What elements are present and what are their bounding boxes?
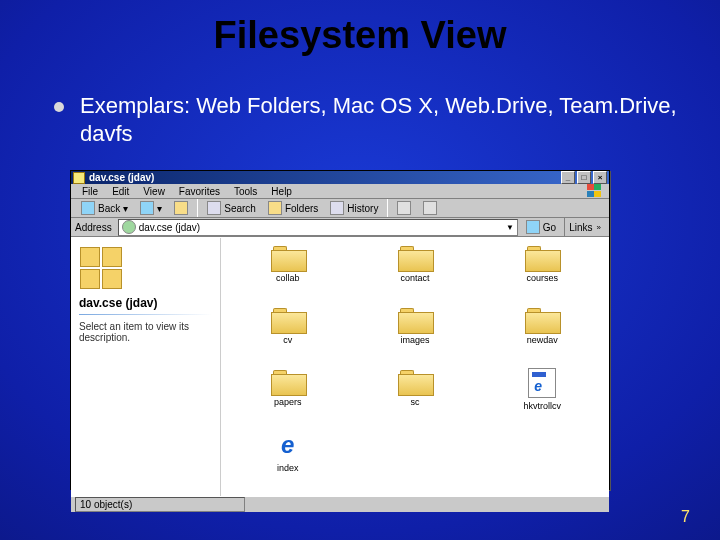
folder-icon <box>398 306 432 332</box>
item-label: courses <box>527 273 559 283</box>
folder-icon <box>271 244 305 270</box>
item-label: newdav <box>527 335 558 345</box>
address-value: dav.cse (jdav) <box>139 222 201 233</box>
list-item[interactable]: images <box>352 306 477 366</box>
item-label: images <box>400 335 429 345</box>
explorer-window: dav.cse (jdav) _ □ × File Edit View Favo… <box>70 170 610 490</box>
list-item[interactable]: courses <box>480 244 605 304</box>
address-label: Address <box>75 222 112 233</box>
item-label: papers <box>274 397 302 407</box>
back-button[interactable]: Back ▾ <box>75 199 134 217</box>
page-number: 7 <box>681 508 690 526</box>
list-item[interactable]: collab <box>225 244 350 304</box>
menu-tools[interactable]: Tools <box>227 185 264 198</box>
globe-icon <box>122 220 136 234</box>
side-description: Select an item to view its description. <box>79 321 212 343</box>
side-pane: dav.cse (jdav) Select an item to view it… <box>71 238 221 496</box>
search-label: Search <box>224 203 256 214</box>
menu-file[interactable]: File <box>75 185 105 198</box>
arrow-right-icon <box>140 201 154 215</box>
bullet-text: Exemplars: Web Folders, Mac OS X, Web.Dr… <box>80 92 680 147</box>
chevron-right-icon: » <box>597 223 601 232</box>
links-button[interactable]: Links » <box>564 218 605 236</box>
item-label: cv <box>283 335 292 345</box>
close-button[interactable]: × <box>593 171 607 184</box>
history-button[interactable]: History <box>324 199 384 217</box>
windows-logo-icon <box>587 184 605 198</box>
folder-icon <box>271 306 305 332</box>
folder-icon <box>271 368 305 394</box>
menubar: File Edit View Favorites Tools Help <box>71 184 609 199</box>
search-icon <box>207 201 221 215</box>
ie-icon: e <box>273 430 303 460</box>
item-label: hkvtrollcv <box>524 401 562 411</box>
links-label: Links <box>569 222 592 233</box>
folder-up-icon <box>174 201 188 215</box>
folders-button[interactable]: Folders <box>262 199 324 217</box>
go-label: Go <box>543 222 556 233</box>
maximize-button[interactable]: □ <box>577 171 591 184</box>
list-item[interactable]: eindex <box>225 430 350 490</box>
toolbar: Back ▾ ▾ Search Folders History <box>71 199 609 218</box>
forward-button[interactable]: ▾ <box>134 199 168 217</box>
bullet: Exemplars: Web Folders, Mac OS X, Web.Dr… <box>54 92 680 147</box>
list-item[interactable]: cv <box>225 306 350 366</box>
menu-help[interactable]: Help <box>264 185 299 198</box>
client-area: dav.cse (jdav) Select an item to view it… <box>71 237 609 496</box>
up-button[interactable] <box>168 199 194 217</box>
file-grid: collab contact courses cv images newdav … <box>221 238 609 496</box>
item-label: collab <box>276 273 300 283</box>
item-label: contact <box>400 273 429 283</box>
html-file-icon <box>528 368 556 398</box>
list-item[interactable]: hkvtrollcv <box>480 368 605 428</box>
folders-label: Folders <box>285 203 318 214</box>
history-icon <box>330 201 344 215</box>
menu-favorites[interactable]: Favorites <box>172 185 227 198</box>
slide-title: Filesystem View <box>0 14 720 57</box>
go-icon <box>526 220 540 234</box>
tool-icon <box>423 201 437 215</box>
list-item[interactable]: sc <box>352 368 477 428</box>
menu-edit[interactable]: Edit <box>105 185 136 198</box>
item-label: index <box>277 463 299 473</box>
side-title: dav.cse (jdav) <box>79 296 212 310</box>
folder-icon <box>398 244 432 270</box>
minimize-button[interactable]: _ <box>561 171 575 184</box>
item-label: sc <box>410 397 419 407</box>
chevron-down-icon[interactable]: ▼ <box>506 223 514 232</box>
chevron-down-icon: ▾ <box>157 203 162 214</box>
folder-icon <box>73 172 85 184</box>
chevron-down-icon: ▾ <box>123 203 128 214</box>
address-bar: Address dav.cse (jdav) ▼ Go Links » <box>71 218 609 237</box>
list-item[interactable]: contact <box>352 244 477 304</box>
menu-view[interactable]: View <box>136 185 172 198</box>
search-button[interactable]: Search <box>201 199 262 217</box>
folder-icon <box>525 306 559 332</box>
folder-icon <box>398 368 432 394</box>
list-item[interactable]: papers <box>225 368 350 428</box>
extra-button-2[interactable] <box>417 199 443 217</box>
history-label: History <box>347 203 378 214</box>
status-object-count: 10 object(s) <box>75 497 245 512</box>
tool-icon <box>397 201 411 215</box>
titlebar[interactable]: dav.cse (jdav) _ □ × <box>71 171 609 184</box>
bullet-dot-icon <box>54 102 64 112</box>
status-bar: 10 object(s) <box>71 496 609 512</box>
go-button[interactable]: Go <box>522 220 560 234</box>
address-input[interactable]: dav.cse (jdav) ▼ <box>118 219 518 236</box>
folders-icon <box>268 201 282 215</box>
list-item[interactable]: newdav <box>480 306 605 366</box>
folder-icon <box>525 244 559 270</box>
window-title: dav.cse (jdav) <box>89 172 561 183</box>
extra-button-1[interactable] <box>391 199 417 217</box>
back-label: Back <box>98 203 120 214</box>
arrow-left-icon <box>81 201 95 215</box>
location-thumb-icon <box>79 246 123 290</box>
